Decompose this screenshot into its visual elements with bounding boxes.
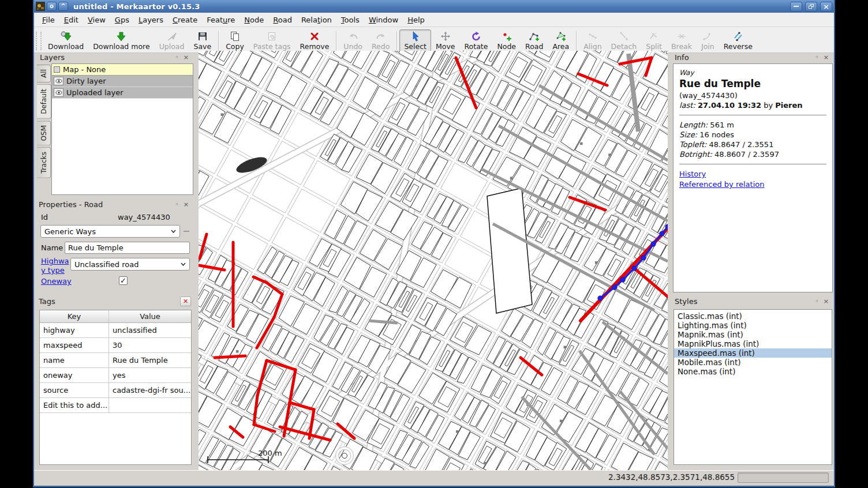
tag-value[interactable]: yes: [109, 368, 191, 382]
tag-key[interactable]: maxspeed: [40, 338, 109, 352]
properties-float-button[interactable]: ◦: [173, 201, 181, 208]
area-icon: [555, 31, 567, 42]
preset-combobox[interactable]: Generic Ways: [40, 225, 180, 238]
info-float-button[interactable]: ◦: [813, 54, 821, 61]
highway-type-combobox[interactable]: Unclassified road: [70, 258, 190, 271]
tag-value[interactable]: [109, 398, 191, 412]
layers-tab-all[interactable]: All: [37, 65, 51, 82]
menu-create[interactable]: Create: [168, 14, 202, 26]
menu-edit[interactable]: Edit: [59, 14, 83, 26]
toolbar-select-button[interactable]: Select: [399, 29, 431, 51]
toolbar-detach-button[interactable]: Detach: [607, 29, 642, 51]
tag-key[interactable]: name: [40, 353, 109, 367]
tag-row[interactable]: nameRue du Temple: [40, 353, 191, 368]
toolbar-remove-button[interactable]: Remove: [295, 29, 334, 51]
toolbar-drag-handle[interactable]: [36, 32, 42, 50]
layers-tab-osm[interactable]: OSM: [37, 121, 51, 145]
layer-row[interactable]: Uploaded layer: [52, 87, 193, 99]
tag-value[interactable]: Rue du Temple: [109, 353, 191, 367]
tag-row[interactable]: maxspeed30: [40, 338, 191, 353]
info-link-referenced-by-relation[interactable]: Referenced by relation: [679, 180, 826, 189]
highway-type-link[interactable]: Highway type: [41, 257, 70, 275]
name-input[interactable]: Rue du Temple: [65, 242, 190, 254]
tag-key[interactable]: Edit this to add...: [40, 398, 109, 412]
toolbar-break-button[interactable]: Break: [667, 29, 697, 51]
tag-row[interactable]: highwayunclassified: [40, 323, 191, 338]
tag-key[interactable]: source: [40, 383, 109, 397]
menu-road[interactable]: Road: [268, 14, 297, 26]
toolbar-save-button[interactable]: Save: [189, 29, 216, 51]
tag-row[interactable]: onewayyes: [40, 368, 191, 383]
tag-row[interactable]: sourcecadastre-dgi-fr sou...: [40, 383, 191, 398]
toolbar-align-button[interactable]: Align: [579, 29, 606, 51]
style-item[interactable]: Mapnik.mas (int): [674, 330, 832, 339]
toolbar-redo-button[interactable]: Redo: [367, 29, 394, 51]
style-item[interactable]: Maxspeed.mas (int): [674, 348, 832, 358]
menu-window[interactable]: Window: [364, 14, 403, 26]
tag-key[interactable]: highway: [40, 323, 109, 337]
tag-key[interactable]: oneway: [40, 368, 109, 382]
layers-tab-default[interactable]: Default: [37, 84, 51, 119]
menu-gps[interactable]: Gps: [110, 14, 134, 26]
minimize-button[interactable]: [790, 2, 802, 12]
menu-help[interactable]: Help: [403, 14, 429, 26]
tag-value[interactable]: 30: [109, 338, 191, 352]
layer-row[interactable]: Map - None: [52, 64, 193, 76]
oneway-checkbox[interactable]: ✓: [119, 276, 128, 285]
download-more-icon: [115, 31, 128, 42]
toolbar-road-button[interactable]: Road: [521, 29, 548, 51]
window-rollup-button[interactable]: ^: [58, 2, 68, 11]
toolbar-move-button[interactable]: Move: [431, 29, 460, 51]
layers-tab-tracks[interactable]: Tracks: [37, 147, 51, 178]
layers-float-button[interactable]: ◦: [173, 54, 181, 61]
properties-close-button[interactable]: ×: [181, 201, 191, 208]
layers-close-button[interactable]: ×: [181, 54, 191, 61]
tags-table-header: Key Value: [40, 310, 191, 323]
styles-close-button[interactable]: ×: [821, 298, 831, 305]
close-button[interactable]: ×: [820, 2, 832, 12]
menu-layers[interactable]: Layers: [134, 14, 168, 26]
toolbar-rotate-button[interactable]: Rotate: [459, 29, 492, 51]
menu-tools[interactable]: Tools: [336, 14, 364, 26]
toolbar-join-button[interactable]: Join: [697, 29, 719, 51]
tag-value[interactable]: unclassified: [109, 323, 191, 337]
info-links: HistoryReferenced by relation: [679, 170, 826, 189]
toolbar-copy-button[interactable]: Copy: [221, 29, 249, 51]
toolbar-upload-button[interactable]: Upload: [155, 29, 189, 51]
styles-float-button[interactable]: ◦: [813, 298, 821, 305]
tag-value[interactable]: cadastre-dgi-fr sou...: [109, 383, 191, 397]
window-shade-button[interactable]: o: [47, 2, 57, 11]
style-item[interactable]: Lighting.mas (int): [674, 321, 832, 330]
tag-row[interactable]: Edit this to add...: [40, 398, 191, 413]
styles-list: Classic.mas (int)Lighting.mas (int)Mapni…: [674, 309, 832, 465]
toolbar-area-button[interactable]: Area: [548, 29, 574, 51]
id-value: way_4574430: [118, 213, 170, 222]
style-item[interactable]: None.mas (int): [674, 367, 832, 376]
toolbar-undo-button[interactable]: Undo: [339, 29, 367, 51]
toolbar-node-button[interactable]: Node: [492, 29, 521, 51]
style-item[interactable]: Classic.mas (int): [674, 311, 832, 321]
toolbar-download-more-button[interactable]: Download more: [88, 29, 155, 51]
tags-close-button[interactable]: ✕: [180, 296, 191, 306]
map-view[interactable]: 200 m: [199, 51, 668, 470]
menu-file[interactable]: File: [38, 14, 59, 26]
menu-relation[interactable]: Relation: [297, 14, 336, 26]
menu-node[interactable]: Node: [240, 14, 268, 26]
style-item[interactable]: Mobile.mas (int): [674, 358, 832, 367]
info-close-button[interactable]: ×: [821, 54, 831, 61]
restore-button[interactable]: [805, 2, 817, 12]
toolbar-download-button[interactable]: Download: [43, 29, 88, 51]
info-link-history[interactable]: History: [679, 170, 826, 178]
tags-column-key[interactable]: Key: [40, 310, 109, 322]
layer-row[interactable]: Dirty layer: [52, 76, 193, 87]
tags-column-value[interactable]: Value: [109, 310, 191, 322]
oneway-link[interactable]: Oneway: [41, 277, 72, 286]
layer-visibility-checkbox[interactable]: [54, 66, 60, 73]
toolbar-paste-tags-button[interactable]: Paste tags: [249, 29, 295, 51]
title-bar[interactable]: o ^ untitled - Merkaartor v0.15.3 ×: [34, 0, 834, 13]
menu-feature[interactable]: Feature: [202, 14, 240, 26]
style-item[interactable]: MapnikPlus.mas (int): [674, 339, 832, 348]
menu-view[interactable]: View: [83, 14, 110, 26]
toolbar-split-button[interactable]: Split: [641, 29, 667, 51]
toolbar-reverse-button[interactable]: Reverse: [719, 29, 757, 51]
